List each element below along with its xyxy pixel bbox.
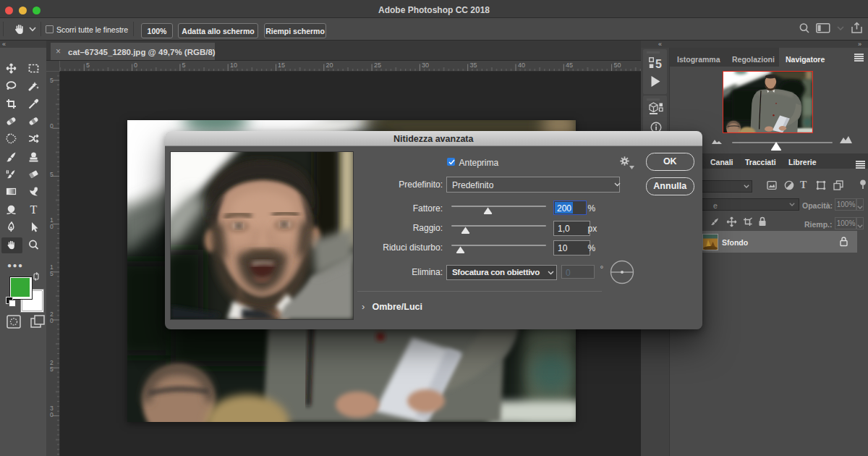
svg-text:5: 5 bbox=[50, 171, 54, 178]
svg-text:50: 50 bbox=[614, 62, 621, 69]
svg-text:25: 25 bbox=[374, 62, 381, 69]
svg-text:15: 15 bbox=[278, 62, 285, 69]
svg-text:5: 5 bbox=[50, 270, 54, 277]
svg-text:0: 0 bbox=[50, 223, 54, 230]
svg-text:0: 0 bbox=[50, 317, 54, 324]
svg-text:5: 5 bbox=[655, 58, 662, 70]
svg-text:10: 10 bbox=[230, 62, 237, 69]
svg-text:5: 5 bbox=[50, 77, 54, 84]
svg-text:40: 40 bbox=[518, 62, 525, 69]
svg-text:45: 45 bbox=[566, 62, 573, 69]
svg-text:5: 5 bbox=[50, 366, 54, 373]
svg-text:0: 0 bbox=[50, 411, 54, 418]
svg-text:5: 5 bbox=[86, 62, 90, 69]
svg-text:T: T bbox=[30, 204, 37, 215]
svg-text:30: 30 bbox=[422, 62, 429, 69]
svg-text:35: 35 bbox=[470, 62, 477, 69]
svg-text:20: 20 bbox=[326, 62, 333, 69]
svg-text:0: 0 bbox=[134, 62, 137, 69]
svg-text:0: 0 bbox=[50, 122, 54, 130]
svg-text:5: 5 bbox=[182, 62, 186, 69]
